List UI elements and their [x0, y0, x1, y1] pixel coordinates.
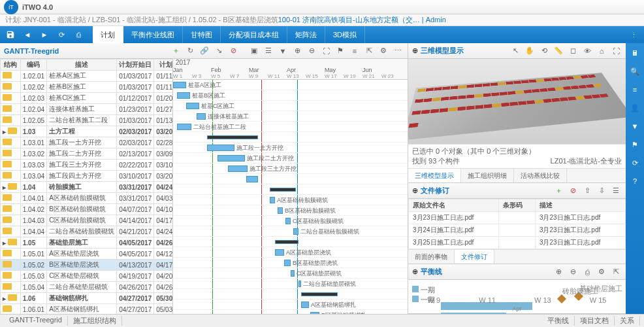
table-row[interactable]: ▸ 1.05基础垫层施工04/05/201704/26/2017 [1, 237, 174, 249]
file-download-button[interactable]: ⇩ [596, 185, 607, 197]
table-row[interactable]: 1.03.03施工段三土方开挖02/22/201703/10/2017 [1, 160, 174, 171]
main-tab-2[interactable]: 甘特图 [183, 26, 221, 43]
table-row[interactable]: 1.05.01A区基础垫层浇筑04/05/201704/12/2017 [1, 249, 174, 260]
gantt-bar[interactable] [207, 145, 234, 151]
table-row[interactable]: 1.03.04施工段四土方开挖03/10/201703/20/2017 [1, 171, 174, 182]
table-row[interactable]: 1.05.02B区基础垫层浇筑04/13/201704/17/2017 [1, 260, 174, 271]
box-tool[interactable]: ◻ [567, 45, 579, 57]
footer-tab[interactable]: 关系 [615, 316, 640, 326]
bl-zoom-in[interactable]: ⊕ [553, 266, 564, 278]
gantt-bar[interactable] [177, 124, 191, 130]
filter-button[interactable]: ▼ [277, 45, 289, 57]
table-row[interactable]: 1.03.01施工段一土方开挖02/03/201702/28/2017 [1, 137, 174, 148]
search-button[interactable]: 🔍 [628, 64, 642, 78]
gantt-bar[interactable] [301, 292, 338, 296]
refresh-panel-button[interactable]: ⟳ [628, 156, 642, 170]
filter-panel-button[interactable]: ≡ [628, 82, 642, 97]
gantt-bar[interactable] [270, 188, 296, 192]
gantt-bar[interactable] [246, 176, 258, 182]
gantt-grid[interactable]: 结构编码描述计划开始日计划完成1.02.01桩基A区施工01/03/201701… [0, 59, 173, 314]
table-row[interactable]: 1.05.04二站台基础垫层砌筑04/26/201704/26/2017 [1, 282, 174, 293]
table-row[interactable]: 1.03.02施工段二土方开挖02/13/201703/09/2017 [1, 148, 174, 160]
ruler-tool[interactable]: 📏 [553, 45, 564, 57]
refresh-button[interactable]: ⟳ [54, 27, 69, 42]
table-row[interactable]: ▸ 1.06基础钢筋绑扎04/27/201705/30/2017 [1, 293, 174, 304]
gantt-bar[interactable] [207, 135, 258, 139]
reset-view[interactable]: ⌂ [596, 45, 607, 57]
flag-button[interactable]: ⚑ [628, 137, 642, 152]
expand-icon[interactable]: ⊕ [412, 186, 418, 195]
table-row[interactable]: 1.02.01桩基A区施工01/03/201701/11/2017 [1, 71, 174, 82]
gantt-bar[interactable] [228, 165, 248, 172]
back-button[interactable]: ◄ [20, 27, 35, 42]
table-row[interactable]: 1.04.01A区基础砖胎膜砌筑03/31/201704/03/2017 [1, 193, 174, 204]
footer-tab[interactable]: 项目文档 [575, 316, 615, 326]
gantt-bar[interactable] [177, 92, 190, 99]
gantt-bar[interactable] [284, 260, 291, 266]
table-row[interactable]: 1.02.03桩基C区施工01/12/201701/20/2017 [1, 93, 174, 104]
table-row[interactable]: ▸ 1.04砖胎膜施工03/31/201704/24/2017 [1, 182, 174, 193]
main-tab-3[interactable]: 分配项目成本组 [221, 26, 287, 43]
file-row[interactable]: 3月24日施工日志.pdf3月23日施工日志.pdf [409, 224, 626, 237]
print-button[interactable]: ⎙ [71, 27, 86, 42]
file-add-button[interactable]: ＋ [553, 185, 564, 197]
table-row[interactable]: 1.02.04连接体桩基施工01/23/201701/27/2017 [1, 104, 174, 115]
main-tab-4[interactable]: 矩阵法 [287, 26, 325, 43]
more-button[interactable]: ⋯ [392, 45, 404, 57]
3d-viewer[interactable] [408, 59, 626, 144]
rotate-tool[interactable]: ⟲ [538, 45, 550, 57]
zoom-out-button[interactable]: ⊖ [306, 45, 317, 57]
bl-zoom-out[interactable]: ⊖ [567, 266, 579, 278]
bl-settings[interactable]: ⚙ [596, 266, 607, 278]
column-header[interactable]: 计划完成 [154, 60, 173, 71]
viewer-tab[interactable]: 施工组织明细 [461, 169, 514, 182]
gantt-bar[interactable] [275, 240, 298, 244]
gantt-bar[interactable] [186, 103, 199, 109]
baseline-button[interactable]: ≡ [349, 45, 361, 57]
footer-tab[interactable]: 施工组织结构 [68, 316, 122, 326]
critical-button[interactable]: ⚑ [334, 45, 346, 57]
table-row[interactable]: 1.04.02B区基础砖胎膜砌筑04/07/201704/10/2017 [1, 204, 174, 215]
footer-tab[interactable]: 平衡线 [542, 316, 575, 326]
file-tab[interactable]: 文件修订 [455, 250, 494, 264]
fit-button[interactable]: ⛶ [320, 45, 332, 57]
column-header[interactable]: 结构 [1, 60, 21, 71]
bl-print[interactable]: ⎙ [581, 266, 593, 278]
gantt-bar[interactable] [285, 218, 291, 224]
columns-button[interactable]: ☰ [263, 45, 274, 57]
table-row[interactable]: 1.04.03C区基础砖胎膜砌筑04/14/201704/17/2017 [1, 215, 174, 226]
file-row[interactable]: 3月23日施工日志.pdf3月23日施工日志.pdf [409, 212, 626, 224]
view-tool[interactable]: 👁 [581, 45, 593, 57]
delete-button[interactable]: ⊘ [227, 45, 239, 57]
gantt-bar[interactable] [291, 270, 295, 277]
main-tab-1[interactable]: 平衡作业线图 [123, 26, 183, 43]
file-upload-button[interactable]: ⇧ [581, 185, 593, 197]
gantt-bar[interactable] [173, 82, 186, 88]
add-button[interactable]: ＋ [170, 45, 182, 57]
footer-tab[interactable]: GANTT-Treegrid [4, 316, 68, 326]
file-cols-button[interactable]: ☰ [610, 185, 622, 197]
file-row[interactable]: 3月25日施工日志.pdf3月23日施工日志.pdf [409, 237, 626, 249]
bl-export[interactable]: ⇱ [610, 266, 622, 278]
menu-button[interactable]: ⋮ [626, 27, 641, 42]
gantt-chart[interactable]: 2017JanFebMarAprMayJunW 1W 3W 5W 7W 9W 1… [173, 59, 408, 314]
link-button[interactable]: 🔗 [199, 45, 210, 57]
main-tab-5[interactable]: 3D模拟 [325, 26, 365, 43]
forward-button[interactable]: ► [37, 27, 52, 42]
viewer-tab[interactable]: 活动基线比较 [514, 169, 567, 182]
people-button[interactable]: 👤 [628, 101, 642, 115]
calc-button[interactable]: 🖩 [628, 46, 642, 60]
gantt-bar[interactable] [275, 249, 284, 256]
funnel-button[interactable]: ▼ [628, 119, 642, 133]
gantt-bar[interactable] [217, 155, 245, 162]
gantt-bar[interactable] [197, 113, 206, 120]
refresh-icon[interactable]: ↻ [184, 45, 196, 57]
file-delete-button[interactable]: ⊘ [567, 185, 579, 197]
export-button[interactable]: ⇱ [363, 45, 375, 57]
table-row[interactable]: 1.04.04二站台基础砖胎膜砌筑04/21/201704/24/2017 [1, 226, 174, 237]
expand-icon[interactable]: ⊕ [412, 267, 418, 276]
collapse-button[interactable]: ▣ [248, 45, 260, 57]
column-header[interactable]: 编码 [20, 60, 46, 71]
file-tab[interactable]: 前面的事物 [408, 250, 455, 264]
expand-icon[interactable]: ⊕ [412, 46, 418, 55]
